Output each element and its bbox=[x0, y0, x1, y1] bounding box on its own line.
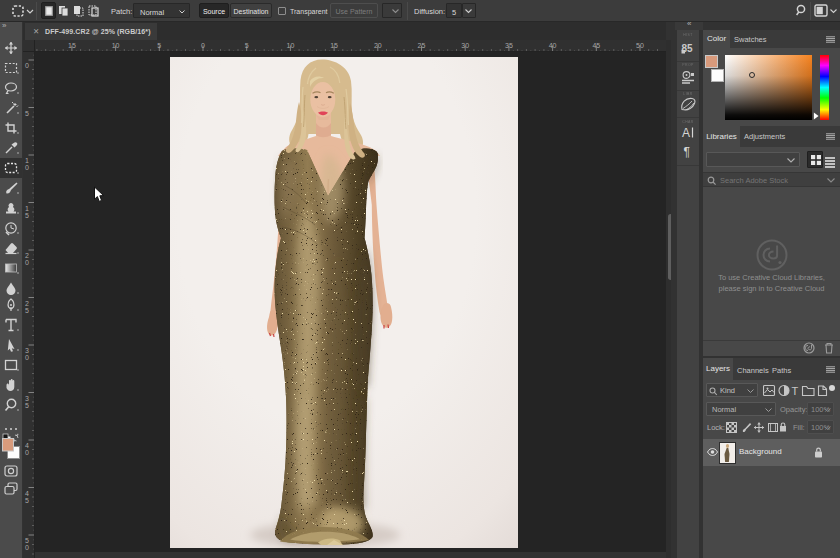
svg-text:5: 5 bbox=[25, 307, 29, 314]
svg-text:20: 20 bbox=[374, 42, 382, 49]
svg-text:30: 30 bbox=[461, 42, 469, 49]
svg-text:3: 3 bbox=[25, 347, 29, 354]
svg-text:5: 5 bbox=[25, 537, 29, 544]
svg-text:25: 25 bbox=[418, 42, 426, 49]
svg-text:0: 0 bbox=[25, 354, 29, 361]
svg-text:4: 4 bbox=[25, 442, 29, 449]
svg-text:3: 3 bbox=[25, 395, 29, 402]
svg-text:0: 0 bbox=[25, 449, 29, 456]
svg-text:5: 5 bbox=[25, 497, 29, 504]
svg-text:5: 5 bbox=[25, 212, 29, 219]
svg-text:0: 0 bbox=[25, 544, 29, 551]
svg-text:5: 5 bbox=[25, 110, 29, 117]
svg-text:T: T bbox=[792, 385, 799, 397]
svg-text:15: 15 bbox=[68, 42, 76, 49]
svg-text:0: 0 bbox=[25, 164, 29, 171]
svg-text:15: 15 bbox=[330, 42, 338, 49]
svg-text:50: 50 bbox=[636, 42, 644, 49]
svg-text:A: A bbox=[682, 126, 690, 140]
svg-text:1: 1 bbox=[25, 157, 29, 164]
svg-text:40: 40 bbox=[549, 42, 557, 49]
svg-text:10: 10 bbox=[287, 42, 295, 49]
svg-text:2: 2 bbox=[25, 300, 29, 307]
svg-text:5: 5 bbox=[25, 402, 29, 409]
svg-text:5: 5 bbox=[245, 42, 249, 49]
svg-text:0: 0 bbox=[201, 42, 205, 49]
svg-text:0: 0 bbox=[25, 259, 29, 266]
svg-text:5: 5 bbox=[157, 42, 161, 49]
svg-text:10: 10 bbox=[112, 42, 120, 49]
svg-text:2: 2 bbox=[25, 252, 29, 259]
svg-text:35: 35 bbox=[505, 42, 513, 49]
svg-text:45: 45 bbox=[592, 42, 600, 49]
svg-text:0: 0 bbox=[25, 62, 29, 69]
svg-text:4: 4 bbox=[25, 490, 29, 497]
svg-text:1: 1 bbox=[25, 205, 29, 212]
svg-text:¶: ¶ bbox=[684, 145, 690, 159]
